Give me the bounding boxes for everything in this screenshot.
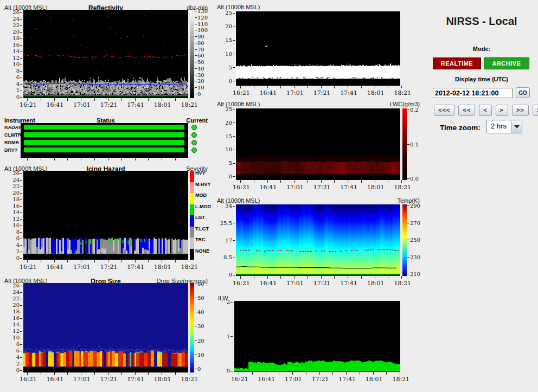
tick-label: 26 bbox=[0, 9, 22, 16]
time-label: 18:01 bbox=[149, 264, 176, 271]
x-axis-labels: 16:2116:4117:0117:2117:4118:0118:21 bbox=[228, 89, 416, 97]
severity-label: T.LGT bbox=[195, 226, 209, 232]
tick-label: 70 bbox=[195, 47, 208, 53]
archive-button[interactable]: ARCHIVE bbox=[484, 57, 529, 69]
tick-mark bbox=[280, 276, 281, 279]
tick-mark bbox=[41, 98, 41, 101]
time-label: 16:21 bbox=[15, 101, 42, 108]
tick-label: 4 bbox=[0, 242, 22, 248]
tick-mark bbox=[334, 276, 335, 279]
time-label: 16:41 bbox=[42, 264, 69, 271]
time-label: 18:01 bbox=[361, 376, 388, 383]
status-bar-clmtr bbox=[24, 132, 184, 137]
tick-mark bbox=[292, 372, 293, 375]
display-time-input[interactable] bbox=[433, 88, 513, 98]
nav-button-fwd2[interactable]: >> bbox=[512, 105, 529, 116]
tick-mark bbox=[240, 180, 241, 183]
time-label: 18:21 bbox=[387, 376, 414, 383]
tick-label: 14 bbox=[0, 48, 22, 55]
tick-label: 10 bbox=[216, 51, 235, 57]
tick-mark bbox=[121, 98, 122, 101]
tick-mark bbox=[41, 158, 41, 160]
mode-label: Mode: bbox=[428, 46, 535, 52]
tick-label: 16 bbox=[0, 42, 22, 48]
time-label: 16:41 bbox=[255, 280, 282, 287]
time-label: 18:01 bbox=[149, 376, 176, 383]
tick-mark bbox=[94, 260, 95, 262]
tick-label: 0 bbox=[216, 368, 233, 374]
tick-label: 110 bbox=[195, 21, 208, 27]
tick-mark bbox=[94, 98, 95, 101]
time-label: 16:41 bbox=[253, 376, 280, 383]
tick-label: 14 bbox=[0, 209, 22, 216]
tick-mark bbox=[94, 372, 95, 375]
severity-label: LGT bbox=[195, 215, 205, 220]
tick-mark bbox=[148, 372, 149, 375]
tick-label: 18 bbox=[0, 35, 22, 42]
status-led-rdmr bbox=[191, 140, 197, 145]
temp-colorbar bbox=[402, 204, 407, 276]
instrument-label: RADAR bbox=[4, 125, 22, 130]
time-label: 17:41 bbox=[334, 376, 361, 383]
severity-label: MOD bbox=[195, 192, 207, 198]
tick-mark bbox=[388, 180, 388, 183]
severity-label: TRC bbox=[195, 237, 206, 242]
tick-mark bbox=[373, 372, 374, 375]
nav-button-back3[interactable]: <<< bbox=[434, 105, 454, 116]
colorbar-ticks: 6050403020100 bbox=[195, 281, 204, 372]
tick-label: 15 bbox=[216, 133, 235, 140]
tick-label: 25.5 bbox=[213, 220, 235, 227]
tick-mark bbox=[94, 158, 95, 160]
time-label: 16:21 bbox=[226, 376, 253, 383]
severity-swatch-lmod bbox=[190, 204, 194, 216]
time-label: 16:41 bbox=[255, 184, 282, 191]
tick-label: 4 bbox=[0, 81, 22, 87]
nirss-app: Alt (1000ft MSL) Reflectivity dbz-min 26… bbox=[0, 0, 538, 392]
go-button[interactable]: GO bbox=[516, 87, 530, 98]
nav-button-fwd3[interactable]: >>> bbox=[533, 105, 538, 116]
colorbar-ticks: 1301201101009080706050403020100 bbox=[195, 8, 208, 97]
tick-mark bbox=[135, 98, 136, 101]
x-axis-labels: 16:2116:4117:0117:2117:4118:0118:21 bbox=[228, 184, 416, 191]
tick-label: 0 bbox=[0, 94, 22, 100]
time-zoom-label: Time zoom: bbox=[440, 124, 481, 132]
tick-mark bbox=[386, 372, 387, 375]
tick-mark bbox=[308, 86, 308, 88]
tick-mark bbox=[189, 260, 189, 262]
x-axis-labels: 16:2116:4117:0117:2117:4118:0118:21 bbox=[15, 264, 203, 271]
tick-mark bbox=[401, 276, 402, 279]
status-led-clmtr bbox=[191, 132, 197, 138]
y-axis-ticks: 26242220181614121086420 bbox=[0, 9, 22, 96]
tick-label: 1 bbox=[216, 333, 233, 340]
nav-button-fwd1[interactable]: > bbox=[496, 105, 508, 116]
x-axis-tickmarks bbox=[240, 86, 402, 89]
tick-label: 230 bbox=[407, 254, 420, 260]
tick-label: 10 bbox=[0, 335, 22, 341]
tick-mark bbox=[108, 260, 108, 262]
time-zoom-dropdown[interactable]: 2 hrs bbox=[486, 120, 522, 133]
tick-mark bbox=[348, 276, 348, 279]
time-label: 17:41 bbox=[335, 280, 362, 287]
chevron-down-icon bbox=[511, 120, 522, 133]
tick-mark bbox=[121, 372, 122, 375]
tick-mark bbox=[254, 180, 254, 183]
tick-label: 5 bbox=[216, 160, 235, 166]
tick-label: 130 bbox=[195, 8, 208, 14]
x-axis-labels: 16:2116:4117:0117:2117:4118:0118:21 bbox=[15, 376, 203, 383]
realtime-button[interactable]: REALTIME bbox=[433, 57, 481, 69]
tick-label: 50 bbox=[195, 295, 204, 301]
tick-label: 25 bbox=[216, 106, 235, 113]
tick-label: 10 bbox=[0, 222, 22, 229]
tick-label: 24 bbox=[0, 289, 22, 295]
nav-button-back2[interactable]: << bbox=[458, 105, 475, 116]
severity-label: M.HVY bbox=[195, 182, 211, 187]
tick-label: 80 bbox=[195, 40, 208, 46]
reflectivity-colorbar bbox=[190, 10, 194, 98]
tick-mark bbox=[388, 86, 388, 88]
tick-mark bbox=[54, 372, 55, 375]
tick-label: 8 bbox=[0, 68, 22, 74]
tick-label: 0.0 bbox=[407, 176, 419, 182]
nav-button-back1[interactable]: < bbox=[479, 105, 491, 116]
tick-label: 18 bbox=[0, 309, 22, 315]
lwc-plot bbox=[236, 108, 400, 180]
